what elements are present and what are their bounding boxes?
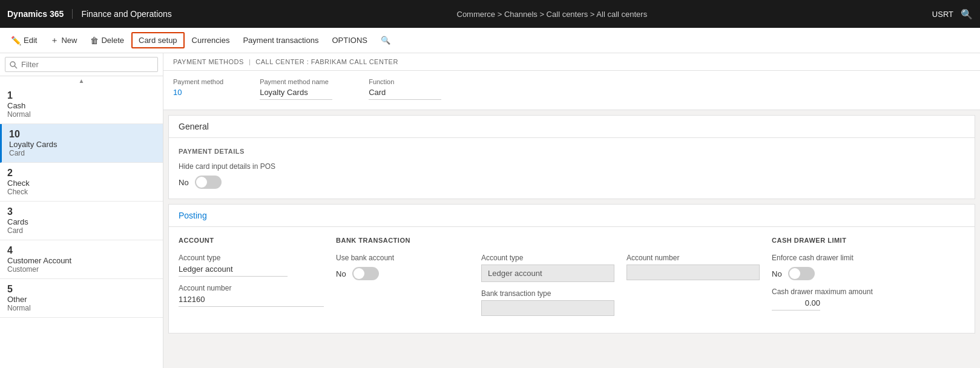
filter-input[interactable] <box>5 57 158 72</box>
item-sub-1: Normal <box>7 110 156 119</box>
item-number-10: 10 <box>9 129 156 140</box>
posting-title: Posting <box>179 211 207 220</box>
content-breadcrumb: PAYMENT METHODS | CALL CENTER : FABRIKAM… <box>163 53 980 71</box>
use-bank-account-label: Use bank account <box>336 254 469 262</box>
payment-details-label: PAYMENT DETAILS <box>179 148 965 155</box>
enforce-toggle[interactable] <box>788 267 815 280</box>
module-label: Finance and Operations <box>81 9 171 19</box>
general-section-header: General <box>169 116 975 138</box>
edit-label: Edit <box>24 36 37 45</box>
item-sub-4: Customer <box>7 265 156 274</box>
content-area: PAYMENT METHODS | CALL CENTER : FABRIKAM… <box>163 53 980 368</box>
posting-section: Posting ACCOUNT Account type Ledger acco… <box>168 204 975 334</box>
hide-card-label: Hide card input details in POS <box>179 162 965 171</box>
item-name-3: Cards <box>7 217 156 226</box>
item-name-4: Customer Account <box>7 256 156 265</box>
brand-label: Dynamics 365 <box>7 9 73 19</box>
edit-button[interactable]: ✏️ Edit <box>5 33 43 48</box>
account-number-value: 112160 <box>179 295 324 307</box>
bank-transaction-type-field: Bank transaction type <box>481 289 614 316</box>
item-sub-5: Normal <box>7 304 156 312</box>
account-number-label: Account number <box>179 284 324 292</box>
payment-method-field: Payment method 10 <box>173 78 223 97</box>
main-layout: ▲ 1 Cash Normal 10 Loyalty Cards Card 2 … <box>0 53 980 368</box>
cash-drawer-max-label: Cash drawer maximum amount <box>772 288 965 296</box>
sidebar-item-5[interactable]: 5 Other Normal <box>0 279 163 318</box>
bank-transaction-column: BANK TRANSACTION Use bank account No <box>336 237 469 323</box>
item-number-2: 2 <box>7 168 156 179</box>
delete-button[interactable]: 🗑 Delete <box>84 33 130 48</box>
account-type-value: Ledger account <box>179 264 288 277</box>
enforce-cash-drawer-label: Enforce cash drawer limit <box>772 254 965 262</box>
new-label: New <box>61 36 77 45</box>
payment-name-field: Payment method name Loyalty Cards <box>260 78 332 100</box>
function-value: Card <box>369 88 441 100</box>
use-bank-toggle-container: No <box>336 267 469 280</box>
cash-drawer-column: CASH DRAWER LIMIT Enforce cash drawer li… <box>772 237 965 323</box>
sidebar-item-2[interactable]: 2 Check Check <box>0 163 163 202</box>
delete-label: Delete <box>101 36 124 45</box>
new-button[interactable]: ＋ New <box>44 33 83 48</box>
card-setup-button[interactable]: Card setup <box>131 32 185 48</box>
scroll-up-indicator: ▲ <box>0 76 163 85</box>
payment-transactions-label: Payment transactions <box>243 36 318 45</box>
breadcrumb-separator: | <box>249 58 251 65</box>
account-number-field: Account number 112160 <box>179 284 324 307</box>
currencies-button[interactable]: Currencies <box>186 33 236 47</box>
item-number-5: 5 <box>7 284 156 295</box>
card-setup-label: Card setup <box>139 36 177 45</box>
enforce-cash-drawer-field: Enforce cash drawer limit No <box>772 254 965 280</box>
item-name-1: Cash <box>7 101 156 110</box>
bank-transaction-col-header: BANK TRANSACTION <box>336 237 469 246</box>
item-sub-10: Card <box>9 149 156 157</box>
delete-icon: 🗑 <box>90 36 99 45</box>
toolbar: ✏️ Edit ＋ New 🗑 Delete Card setup Curren… <box>0 28 980 53</box>
item-name-10: Loyalty Cards <box>9 140 156 149</box>
hide-card-field: Hide card input details in POS No <box>179 162 965 189</box>
enforce-toggle-container: No <box>772 267 965 280</box>
account-number-right-value <box>626 264 760 280</box>
top-nav-right: USRT 🔍 <box>932 8 973 20</box>
account-right-column: - Account type Ledger account Bank trans… <box>481 237 614 323</box>
hide-card-toggle[interactable] <box>195 176 222 189</box>
item-number-1: 1 <box>7 90 156 101</box>
use-bank-toggle[interactable] <box>352 267 379 280</box>
payment-transactions-button[interactable]: Payment transactions <box>237 33 324 47</box>
toolbar-search-icon: 🔍 <box>381 36 390 45</box>
payment-method-label: Payment method <box>173 78 223 85</box>
toolbar-search-button[interactable]: 🔍 <box>375 33 396 47</box>
options-label: OPTIONS <box>332 36 367 45</box>
account-type-right-value: Ledger account <box>481 264 614 282</box>
sidebar-item-10[interactable]: 10 Loyalty Cards Card <box>0 124 163 163</box>
sidebar-item-1[interactable]: 1 Cash Normal <box>0 85 163 124</box>
new-icon: ＋ <box>50 35 59 46</box>
posting-grid: ACCOUNT Account type Ledger account Acco… <box>169 227 975 333</box>
account-column: ACCOUNT Account type Ledger account Acco… <box>179 237 324 323</box>
hide-card-toggle-container: No <box>179 176 965 189</box>
global-search-icon[interactable]: 🔍 <box>961 8 973 20</box>
enforce-no-label: No <box>772 269 782 278</box>
sidebar-item-3[interactable]: 3 Cards Card <box>0 202 163 240</box>
item-name-5: Other <box>7 295 156 304</box>
payment-header-fields: Payment method 10 Payment method name Lo… <box>173 78 970 100</box>
top-nav-left: Dynamics 365 Finance and Operations <box>7 9 172 19</box>
use-bank-account-field: Use bank account No <box>336 254 469 280</box>
posting-section-header: Posting <box>169 205 975 227</box>
payment-name-value: Loyalty Cards <box>260 88 332 100</box>
user-label: USRT <box>932 10 953 19</box>
breadcrumb-right: CALL CENTER : FABRIKAM CALL CENTER <box>255 58 398 65</box>
account-type-label: Account type <box>179 254 324 262</box>
sidebar-item-4[interactable]: 4 Customer Account Customer <box>0 240 163 279</box>
edit-icon: ✏️ <box>11 36 21 45</box>
item-sub-2: Check <box>7 188 156 196</box>
cash-drawer-col-header: CASH DRAWER LIMIT <box>772 237 965 246</box>
cash-drawer-max-value: 0.00 <box>772 298 820 310</box>
bank-transaction-type-value <box>481 300 614 316</box>
item-name-2: Check <box>7 179 156 188</box>
account-number-right-column: - Account number <box>626 237 760 323</box>
options-button[interactable]: OPTIONS <box>326 33 373 47</box>
account-number-right-label: Account number <box>626 254 760 262</box>
function-field: Function Card <box>369 78 441 100</box>
account-type-right-field: Account type Ledger account <box>481 254 614 282</box>
payment-method-header: Payment method 10 Payment method name Lo… <box>163 71 980 110</box>
